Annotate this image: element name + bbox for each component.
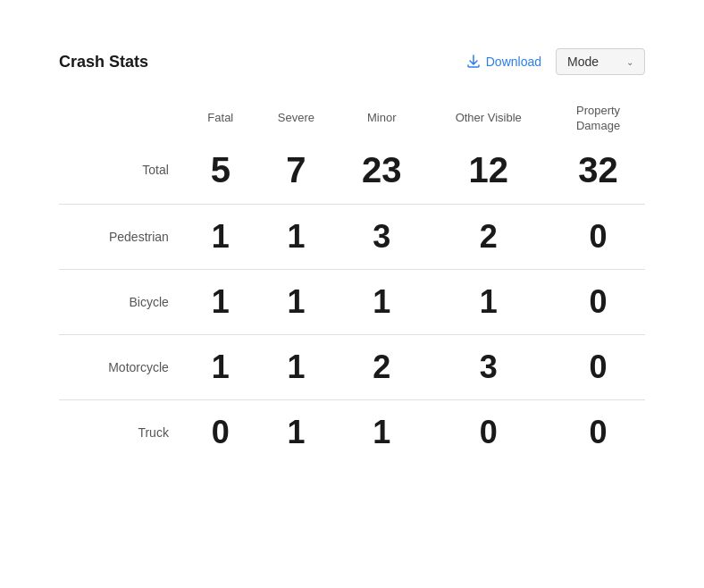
- stat-value: 32: [578, 150, 618, 189]
- stat-value: 1: [287, 349, 305, 385]
- stat-value: 3: [480, 349, 498, 385]
- row-label: Truck: [59, 399, 187, 465]
- cell-property_damage: 32: [551, 148, 645, 205]
- mode-dropdown[interactable]: Mode ⌄: [556, 48, 645, 75]
- download-button[interactable]: Download: [466, 55, 541, 69]
- cell-other_visible: 3: [425, 334, 551, 399]
- row-label: Bicycle: [59, 269, 187, 334]
- cell-severe: 1: [255, 334, 338, 399]
- stat-value: 3: [373, 218, 390, 255]
- cell-property_damage: 0: [551, 204, 645, 269]
- stat-value: 2: [373, 349, 390, 385]
- table-header-row: Fatal Severe Minor Other Visible Propert…: [59, 97, 645, 148]
- table-row: Total57231232: [59, 148, 645, 205]
- stat-value: 12: [468, 150, 508, 189]
- widget-title: Crash Stats: [59, 53, 452, 71]
- cell-other_visible: 1: [425, 269, 551, 334]
- cell-fatal: 1: [187, 204, 255, 269]
- header-property-damage: PropertyDamage: [551, 97, 645, 148]
- cell-severe: 1: [255, 204, 338, 269]
- row-label: Pedestrian: [59, 204, 187, 269]
- header-row-label: [59, 97, 187, 148]
- cell-property_damage: 0: [551, 399, 645, 465]
- cell-fatal: 1: [187, 269, 255, 334]
- cell-minor: 1: [338, 269, 425, 334]
- row-label: Total: [59, 148, 187, 205]
- stat-value: 5: [211, 150, 230, 189]
- stat-value: 1: [212, 218, 230, 255]
- cell-other_visible: 12: [425, 148, 551, 205]
- stat-value: 0: [590, 414, 608, 450]
- cell-fatal: 0: [187, 399, 255, 465]
- header-minor: Minor: [338, 97, 425, 148]
- cell-other_visible: 0: [425, 399, 551, 465]
- cell-property_damage: 0: [551, 334, 645, 399]
- stat-value: 0: [212, 414, 230, 450]
- stat-value: 7: [286, 150, 306, 189]
- header-fatal: Fatal: [187, 97, 255, 148]
- cell-severe: 7: [255, 148, 338, 205]
- table-row: Bicycle11110: [59, 269, 645, 334]
- table-row: Truck01100: [59, 399, 645, 465]
- stat-value: 0: [590, 218, 608, 255]
- row-label: Motorcycle: [59, 334, 187, 399]
- cell-severe: 1: [255, 399, 338, 465]
- cell-other_visible: 2: [425, 204, 551, 269]
- stat-value: 1: [373, 283, 390, 320]
- stat-value: 23: [362, 150, 402, 189]
- stat-value: 1: [212, 349, 230, 385]
- stat-value: 1: [287, 218, 305, 255]
- stat-value: 1: [480, 283, 498, 320]
- table-row: Motorcycle11230: [59, 334, 645, 399]
- download-label: Download: [486, 55, 541, 69]
- stat-value: 1: [373, 414, 390, 450]
- header-other-visible: Other Visible: [425, 97, 551, 148]
- header-severe: Severe: [255, 97, 338, 148]
- cell-minor: 23: [338, 148, 425, 205]
- stat-value: 0: [590, 283, 608, 320]
- cell-minor: 3: [338, 204, 425, 269]
- stat-value: 0: [480, 414, 498, 450]
- cell-property_damage: 0: [551, 269, 645, 334]
- stats-table: Fatal Severe Minor Other Visible Propert…: [59, 97, 645, 465]
- stat-value: 1: [287, 283, 305, 320]
- widget-header: Crash Stats Download Mode ⌄: [59, 48, 645, 75]
- mode-label: Mode: [567, 55, 599, 69]
- download-icon: [466, 55, 481, 69]
- stat-value: 0: [590, 349, 608, 385]
- crash-stats-widget: Crash Stats Download Mode ⌄ Fatal Severe…: [30, 27, 674, 486]
- cell-minor: 2: [338, 334, 425, 399]
- chevron-down-icon: ⌄: [626, 57, 633, 67]
- stat-value: 2: [480, 218, 498, 255]
- cell-fatal: 1: [187, 334, 255, 399]
- stat-value: 1: [287, 414, 305, 450]
- stat-value: 1: [212, 283, 230, 320]
- cell-minor: 1: [338, 399, 425, 465]
- cell-fatal: 5: [187, 148, 255, 205]
- table-row: Pedestrian11320: [59, 204, 645, 269]
- cell-severe: 1: [255, 269, 338, 334]
